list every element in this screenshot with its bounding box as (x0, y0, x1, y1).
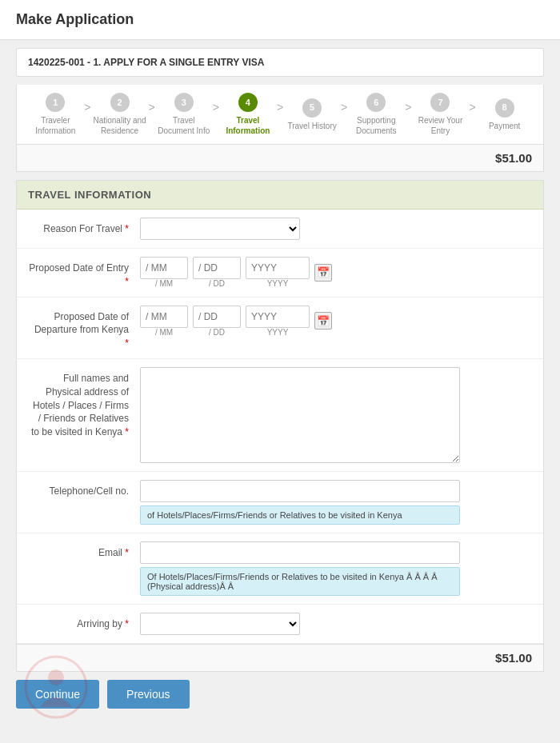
step-3-label: Travel Document Info (157, 115, 211, 136)
step-7[interactable]: 7 Review Your Entry (413, 93, 467, 136)
entry-dd-input[interactable] (193, 257, 241, 279)
entry-yyyy-wrap: YYYY (246, 257, 310, 288)
entry-yyyy-label: YYYY (267, 279, 289, 288)
step-7-circle: 7 (430, 93, 450, 112)
step-2[interactable]: 2 Nationality and Residence (93, 93, 147, 136)
email-hint: Of Hotels/Places/Firms/Friends or Relati… (140, 567, 460, 596)
section-header: TRAVEL INFORMATION (17, 181, 543, 210)
step-8-label: Payment (489, 121, 520, 131)
arrow-2: > (149, 101, 155, 114)
entry-date-controls: / MM / DD YYYY 📅 (140, 257, 532, 288)
step-5[interactable]: 5 Travel History (285, 98, 339, 131)
departure-mm-wrap: / MM (140, 306, 188, 337)
departure-yyyy-wrap: YYYY (246, 306, 310, 337)
step-8-circle: 8 (495, 98, 514, 118)
reason-controls (140, 218, 532, 240)
departure-date-inputs: / MM / DD YYYY 📅 (140, 306, 532, 337)
entry-mm-wrap: / MM (140, 257, 188, 288)
phone-controls: of Hotels/Places/Firms/Friends or Relati… (140, 480, 532, 525)
step-4-label: Travel Information (221, 115, 275, 136)
entry-date-row: Proposed Date of Entry * / MM / DD YYYY (17, 249, 543, 298)
departure-mm-label: / MM (155, 328, 173, 337)
arrow-3: > (213, 101, 219, 114)
phone-label: Telephone/Cell no. (28, 480, 140, 498)
step-2-label: Nationality and Residence (93, 115, 147, 136)
reason-required: * (125, 223, 129, 234)
svg-point-1 (48, 669, 64, 685)
step-4-circle: 4 (238, 93, 258, 112)
step-6[interactable]: 6 Supporting Documents (349, 93, 403, 136)
arriving-select[interactable] (140, 613, 300, 635)
reason-label: Reason For Travel * (28, 218, 140, 236)
arriving-controls (140, 613, 532, 635)
departure-date-label: Proposed Date of Departure from Kenya * (28, 306, 140, 350)
step-5-circle: 5 (302, 98, 322, 118)
arrow-6: > (405, 101, 411, 114)
email-label: Email * (28, 541, 140, 560)
entry-mm-input[interactable] (140, 257, 188, 279)
entry-mm-label: / MM (155, 279, 173, 288)
app-number: 1420225-001 - 1. APPLY FOR A SINGLE ENTR… (16, 48, 544, 77)
step-1-circle: 1 (46, 93, 65, 112)
departure-yyyy-input[interactable] (246, 306, 310, 328)
step-3-circle: 3 (174, 93, 194, 112)
step-1-label: Traveler Information (28, 115, 82, 136)
arriving-label: Arriving by * (28, 613, 140, 631)
arrow-1: > (84, 101, 90, 114)
phone-row: Telephone/Cell no. of Hotels/Places/Firm… (17, 472, 543, 533)
departure-dd-input[interactable] (193, 306, 241, 328)
entry-date-label: Proposed Date of Entry * (28, 257, 140, 289)
departure-dd-wrap: / DD (193, 306, 241, 337)
amount-top: $51.00 (16, 145, 544, 172)
departure-calendar-icon[interactable]: 📅 (314, 312, 332, 330)
arrow-4: > (277, 101, 283, 114)
svg-point-0 (26, 657, 86, 717)
form-section: TRAVEL INFORMATION Reason For Travel * P… (16, 180, 544, 645)
departure-mm-input[interactable] (140, 306, 188, 328)
watermark (24, 655, 88, 719)
step-6-circle: 6 (366, 93, 386, 112)
steps-bar: 1 Traveler Information > 2 Nationality a… (16, 85, 544, 145)
departure-dd-label: / DD (209, 328, 225, 337)
address-controls (140, 367, 532, 463)
arrow-7: > (469, 101, 475, 114)
arrow-5: > (341, 101, 347, 114)
reason-row: Reason For Travel * (17, 210, 543, 249)
step-7-label: Review Your Entry (413, 115, 467, 136)
page-title: Make Application (0, 0, 560, 40)
step-3[interactable]: 3 Travel Document Info (157, 93, 211, 136)
arriving-row: Arriving by * (17, 605, 543, 644)
entry-dd-wrap: / DD (193, 257, 241, 288)
step-2-circle: 2 (110, 93, 130, 112)
entry-yyyy-input[interactable] (246, 257, 310, 279)
departure-yyyy-label: YYYY (267, 328, 289, 337)
email-input[interactable] (140, 541, 460, 564)
address-label: Full names and Physical address of Hotel… (28, 367, 140, 439)
reason-select[interactable] (140, 218, 300, 240)
departure-date-row: Proposed Date of Departure from Kenya * … (17, 298, 543, 359)
departure-date-controls: / MM / DD YYYY 📅 (140, 306, 532, 337)
buttons-bar: Continue Previous (16, 680, 544, 709)
email-controls: Of Hotels/Places/Firms/Friends or Relati… (140, 541, 532, 596)
step-6-label: Supporting Documents (349, 115, 403, 136)
entry-date-inputs: / MM / DD YYYY 📅 (140, 257, 532, 288)
previous-button[interactable]: Previous (107, 680, 189, 709)
step-8[interactable]: 8 Payment (478, 98, 532, 131)
entry-calendar-icon[interactable]: 📅 (314, 264, 332, 282)
phone-input[interactable] (140, 480, 460, 502)
address-textarea[interactable] (140, 367, 460, 463)
email-row: Email * Of Hotels/Places/Firms/Friends o… (17, 533, 543, 605)
amount-bottom: $51.00 (16, 645, 544, 672)
step-4[interactable]: 4 Travel Information (221, 93, 275, 136)
address-row: Full names and Physical address of Hotel… (17, 359, 543, 472)
phone-hint: of Hotels/Places/Firms/Friends or Relati… (140, 505, 460, 525)
entry-dd-label: / DD (209, 279, 225, 288)
step-1[interactable]: 1 Traveler Information (28, 93, 82, 136)
step-5-label: Travel History (287, 121, 336, 131)
